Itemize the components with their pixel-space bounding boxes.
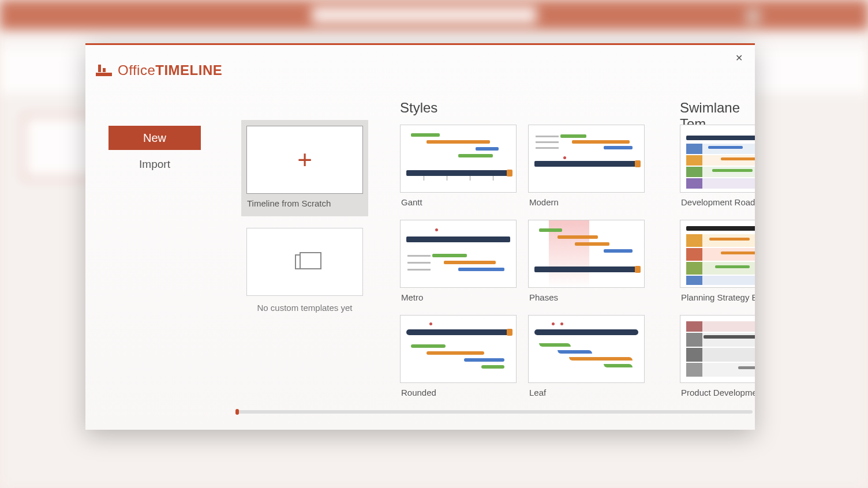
close-button[interactable]: ✕ (733, 52, 744, 63)
swimlane-label: Development Roadm (680, 193, 755, 207)
swimlane-grid: Development Roadm Planning Strategy BI (680, 125, 755, 397)
modern-thumbnail (528, 125, 645, 193)
style-leaf[interactable]: Leaf (528, 315, 645, 397)
style-rounded[interactable]: Rounded (400, 315, 517, 397)
scratch-label: Timeline from Scratch (241, 194, 368, 211)
svg-rect-0 (96, 73, 112, 76)
scratch-column: + Timeline from Scratch No custom templa… (241, 120, 368, 313)
style-modern[interactable]: Modern (528, 125, 645, 207)
style-phases[interactable]: Phases (528, 220, 645, 302)
import-button-label: Import (139, 158, 170, 171)
svg-rect-2 (103, 68, 106, 72)
close-icon: ✕ (735, 52, 743, 63)
style-label: Phases (528, 288, 645, 302)
rounded-thumbnail (400, 315, 517, 383)
gantt-thumbnail (400, 125, 517, 193)
style-label: Gantt (400, 193, 517, 207)
template-no-custom[interactable]: No custom templates yet (241, 228, 368, 313)
swimlane-label: Planning Strategy BI (680, 288, 755, 302)
planning-thumbnail (680, 220, 755, 288)
scratch-thumbnail: + (246, 126, 363, 194)
metro-thumbnail (400, 220, 517, 288)
leaf-thumbnail (528, 315, 645, 383)
no-custom-thumbnail (246, 228, 363, 296)
style-label: Modern (528, 193, 645, 207)
import-button[interactable]: Import (108, 152, 201, 177)
office-timeline-dialog: ✕ OfficeTIMELINE New Import + Timeline f… (85, 43, 755, 430)
swimlane-product-dev[interactable]: Product Developmen (680, 315, 755, 397)
plus-icon: + (297, 147, 312, 172)
swimlane-planning[interactable]: Planning Strategy BI (680, 220, 755, 302)
style-gantt[interactable]: Gantt (400, 125, 517, 207)
new-button[interactable]: New (108, 126, 201, 150)
style-label: Leaf (528, 383, 645, 397)
new-button-label: New (143, 132, 166, 145)
phases-thumbnail (528, 220, 645, 288)
app-logo: OfficeTIMELINE (96, 62, 222, 78)
style-metro[interactable]: Metro (400, 220, 517, 302)
dev-roadmap-thumbnail (680, 125, 755, 193)
swimlane-dev-roadmap[interactable]: Development Roadm (680, 125, 755, 207)
styles-grid: Gantt Modern (400, 125, 645, 397)
product-dev-thumbnail (680, 315, 755, 383)
logo-text: OfficeTIMELINE (118, 62, 222, 78)
svg-rect-1 (98, 65, 101, 72)
style-label: Rounded (400, 383, 517, 397)
styles-heading: Styles (400, 100, 437, 116)
no-custom-label: No custom templates yet (241, 296, 368, 313)
logo-icon (96, 63, 112, 77)
swimlane-label: Product Developmen (680, 383, 755, 397)
sidebar-actions: New Import (108, 126, 201, 177)
scrollbar-thumb[interactable] (235, 409, 239, 415)
horizontal-scrollbar[interactable] (235, 410, 753, 414)
style-label: Metro (400, 288, 517, 302)
blank-doc-icon (295, 254, 315, 269)
template-from-scratch[interactable]: + Timeline from Scratch (241, 120, 368, 216)
